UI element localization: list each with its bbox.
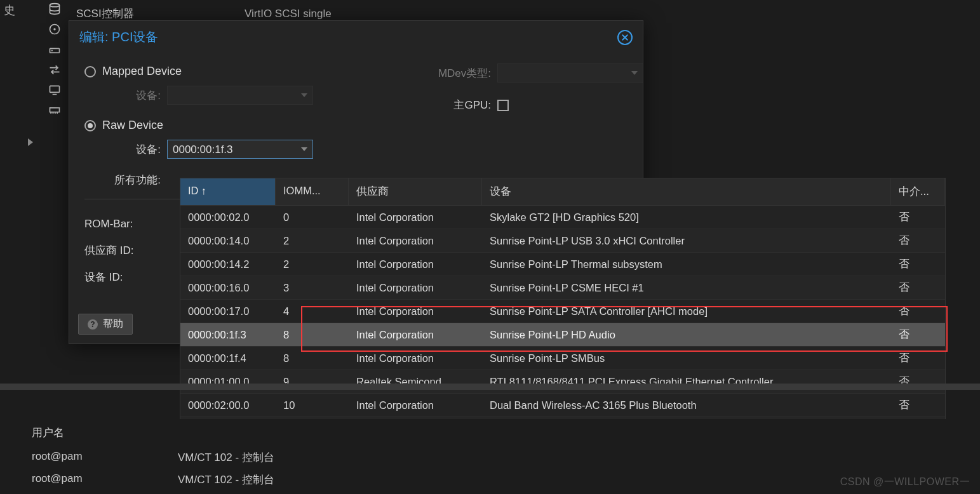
svg-point-4 xyxy=(51,50,53,51)
log-task: VM/CT 102 - 控制台 xyxy=(178,472,274,487)
grid-cell: 否 xyxy=(891,234,945,248)
mdev-type-combo xyxy=(497,63,643,83)
disc-icon xyxy=(48,23,61,36)
pci-icon xyxy=(48,104,61,117)
radio-mapped-device[interactable] xyxy=(84,66,96,77)
grid-cell: 0000:00:17.0 xyxy=(180,305,276,317)
device-combo-value: 0000:00:1f.3 xyxy=(168,140,312,159)
grid-cell: Dual Band Wireless-AC 3165 Plus Bluetoot… xyxy=(482,399,891,411)
splitter-bar[interactable] xyxy=(0,384,980,390)
grid-cell: 否 xyxy=(891,328,945,342)
grid-cell: Sunrise Point-LP HD Audio xyxy=(482,329,891,341)
device-label: 设备: xyxy=(84,142,161,157)
grid-row[interactable]: 0000:01:00.09Realtek Semicond...RTL8111/… xyxy=(180,370,945,394)
expand-icon[interactable] xyxy=(28,138,33,146)
dialog-header: 编辑: PCI设备 xyxy=(69,21,643,52)
grid-cell: 否 xyxy=(891,210,945,224)
bg-row-value: VirtIO SCSI single xyxy=(245,8,332,20)
grid-cell: Intel Corporation xyxy=(349,305,482,317)
device-label-disabled: 设备: xyxy=(84,88,161,103)
radio-raw-device[interactable] xyxy=(84,120,96,131)
grid-row[interactable]: 0000:00:17.04Intel CorporationSunrise Po… xyxy=(180,300,945,323)
grid-cell: Intel Corporation xyxy=(349,258,482,270)
watermark: CSDN @一WILLPOWER一 xyxy=(840,476,970,489)
grid-row[interactable]: 0000:00:1f.48Intel CorporationSunrise Po… xyxy=(180,347,945,370)
col-iommu[interactable]: IOMM... xyxy=(276,178,349,205)
grid-row[interactable]: 0000:00:16.03Intel CorporationSunrise Po… xyxy=(180,276,945,300)
history-label: 史 xyxy=(4,3,15,18)
grid-cell: 0000:00:02.0 xyxy=(180,211,276,224)
hdd-icon xyxy=(48,43,61,56)
storage-icon xyxy=(48,3,61,15)
grid-cell: 0 xyxy=(276,211,349,224)
help-button[interactable]: ? 帮助 xyxy=(78,314,133,335)
main-gpu-label: 主GPU: xyxy=(415,98,491,112)
grid-header: ID↑ IOMM... 供应商 设备 中介... xyxy=(180,178,945,206)
log-user: root@pam xyxy=(32,450,178,465)
svg-rect-3 xyxy=(50,48,60,53)
grid-cell: 0000:00:16.0 xyxy=(180,282,276,294)
col-id[interactable]: ID↑ xyxy=(180,178,276,205)
grid-cell: 2 xyxy=(276,235,349,247)
grid-cell: 0000:00:1f.4 xyxy=(180,352,276,364)
col-device[interactable]: 设备 xyxy=(482,178,891,205)
grid-cell: 0000:00:14.0 xyxy=(180,235,276,247)
mapped-device-label: Mapped Device xyxy=(102,65,182,78)
grid-cell: Intel Corporation xyxy=(349,399,482,411)
svg-rect-6 xyxy=(50,108,60,112)
grid-row[interactable]: 0000:00:14.22Intel CorporationSunrise Po… xyxy=(180,253,945,276)
chevron-down-icon xyxy=(631,71,638,75)
log-user-header: 用户名 xyxy=(0,419,980,446)
left-sidebar-icons xyxy=(48,3,61,117)
grid-cell: Intel Corporation xyxy=(349,211,482,224)
grid-cell: 0000:00:14.2 xyxy=(180,258,276,270)
grid-row[interactable]: 0000:00:1f.38Intel CorporationSunrise Po… xyxy=(180,323,945,347)
grid-row[interactable]: 0000:00:02.00Intel CorporationSkylake GT… xyxy=(180,206,945,229)
help-icon: ? xyxy=(88,319,98,330)
log-task: VM/CT 102 - 控制台 xyxy=(178,450,274,465)
chevron-down-icon xyxy=(301,147,307,151)
bg-row-label: SCSI控制器 xyxy=(76,6,134,21)
grid-cell: 2 xyxy=(276,258,349,270)
grid-cell: 3 xyxy=(276,282,349,294)
grid-cell: 否 xyxy=(891,281,945,295)
grid-cell: Intel Corporation xyxy=(349,352,482,364)
grid-cell: Skylake GT2 [HD Graphics 520] xyxy=(482,211,891,224)
grid-cell: 0000:00:1f.3 xyxy=(180,329,276,341)
pci-device-grid: ID↑ IOMM... 供应商 设备 中介... 0000:00:02.00In… xyxy=(180,178,946,441)
task-log: 用户名 root@pamVM/CT 102 - 控制台root@pamVM/CT… xyxy=(0,419,980,494)
network-icon xyxy=(48,63,61,76)
svg-point-0 xyxy=(50,4,60,7)
device-combo-disabled xyxy=(167,86,313,105)
grid-cell: Intel Corporation xyxy=(349,235,482,247)
all-functions-label: 所有功能: xyxy=(84,173,161,187)
device-combo[interactable]: 0000:00:1f.3 xyxy=(167,140,313,159)
display-icon xyxy=(48,84,61,97)
grid-cell: 10 xyxy=(276,399,349,411)
svg-point-2 xyxy=(53,28,55,30)
log-row[interactable]: root@pamVM/CT 102 - 控制台 xyxy=(0,469,980,491)
col-mediated[interactable]: 中介... xyxy=(891,178,945,205)
mdev-type-label: MDev类型: xyxy=(415,66,491,81)
grid-cell: 否 xyxy=(891,398,945,412)
close-icon[interactable] xyxy=(617,30,633,45)
grid-cell: 否 xyxy=(891,257,945,271)
grid-cell: 否 xyxy=(891,304,945,318)
grid-cell: Sunrise Point-LP SATA Controller [AHCI m… xyxy=(482,305,891,317)
grid-cell: 0000:02:00.0 xyxy=(180,399,276,411)
col-vendor[interactable]: 供应商 xyxy=(349,178,482,205)
grid-cell: 4 xyxy=(276,305,349,317)
grid-row[interactable]: 0000:02:00.010Intel CorporationDual Band… xyxy=(180,394,945,417)
raw-device-label: Raw Device xyxy=(102,119,163,132)
help-button-label: 帮助 xyxy=(103,317,123,331)
grid-cell: Sunrise Point-LP Thermal subsystem xyxy=(482,258,891,270)
grid-cell: Intel Corporation xyxy=(349,282,482,294)
svg-rect-5 xyxy=(50,86,60,92)
dialog-title: 编辑: PCI设备 xyxy=(79,29,158,46)
grid-cell: 8 xyxy=(276,329,349,341)
grid-cell: 否 xyxy=(891,351,945,365)
grid-cell: Intel Corporation xyxy=(349,329,482,341)
grid-row[interactable]: 0000:00:14.02Intel CorporationSunrise Po… xyxy=(180,229,945,253)
log-row[interactable]: root@pamVM/CT 102 - 控制台 xyxy=(0,446,980,469)
main-gpu-checkbox[interactable] xyxy=(497,100,509,111)
